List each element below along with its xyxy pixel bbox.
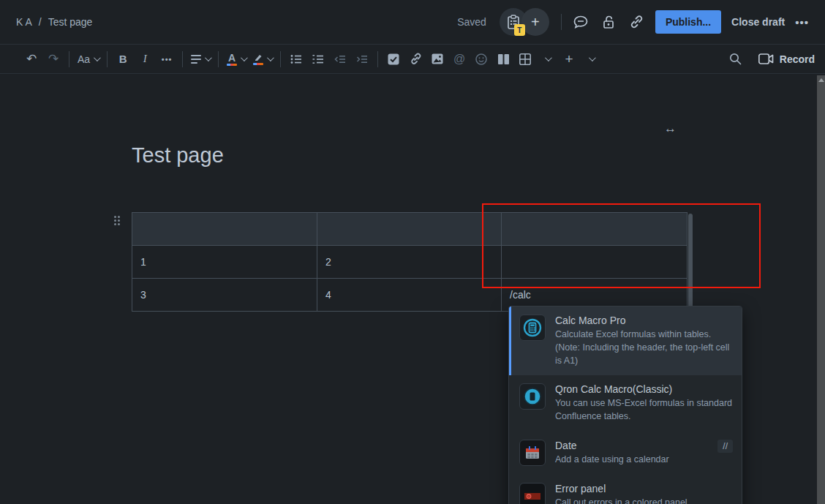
mention-icon[interactable]: @	[450, 49, 469, 69]
calc-macro-pro-icon	[519, 315, 546, 341]
table-cell[interactable]	[132, 213, 317, 246]
menu-item-title: Error panel	[555, 483, 733, 494]
table-cell[interactable]	[317, 213, 502, 246]
insert-more-button[interactable]: +	[560, 49, 579, 69]
emoji-icon[interactable]	[472, 49, 491, 69]
indent-icon[interactable]	[353, 49, 372, 69]
layouts-icon[interactable]	[494, 49, 513, 69]
toolbar-divider	[280, 51, 281, 67]
menu-item-title: Calc Macro Pro	[555, 315, 733, 326]
copy-link-icon[interactable]	[628, 13, 645, 31]
image-icon[interactable]	[428, 49, 447, 69]
content-table[interactable]: 1 2 3 4 /calc	[132, 212, 688, 312]
text-color-icon: A	[227, 53, 237, 66]
highlighter-icon	[253, 53, 263, 65]
templates-button[interactable]: + T	[500, 8, 549, 36]
table-cell[interactable]: 2	[317, 246, 502, 279]
editor-canvas[interactable]: ↔ Test page 1 2 3 4 /calc	[0, 75, 817, 504]
breadcrumb-page[interactable]: Test page	[48, 16, 93, 28]
table-drag-handle[interactable]	[114, 216, 120, 225]
align-dropdown[interactable]	[189, 49, 212, 69]
toolbar-divider	[182, 51, 183, 67]
table-cell[interactable]: 1	[132, 246, 317, 279]
menu-item-description: Add a date using a calendar	[555, 454, 708, 467]
date-icon	[519, 440, 546, 466]
page-title[interactable]: Test page	[132, 143, 224, 168]
more-formatting-button[interactable]: •••	[157, 49, 176, 69]
search-icon[interactable]	[726, 49, 745, 69]
topbar-more-button[interactable]: •••	[795, 16, 809, 29]
table-header-row[interactable]	[132, 213, 688, 246]
chevron-down-icon	[545, 54, 552, 61]
action-item-icon[interactable]	[384, 49, 403, 69]
chevron-down-icon	[267, 54, 274, 61]
template-t-badge: T	[514, 24, 525, 36]
menu-item-calc-macro-pro[interactable]: Calc Macro Pro Calculate Excel formulas …	[509, 306, 742, 375]
table-cell[interactable]	[502, 213, 688, 246]
video-camera-icon	[758, 53, 774, 64]
unlock-icon[interactable]	[600, 13, 617, 31]
editor-toolbar: ↶ ↷ Aa B I ••• A	[0, 44, 825, 74]
table-options-chevron[interactable]	[538, 49, 557, 69]
chevron-down-icon	[589, 54, 596, 61]
highlight-color-dropdown[interactable]	[251, 49, 274, 69]
slash-command-popup: Calc Macro Pro Calculate Excel formulas …	[508, 306, 742, 504]
table-cell[interactable]: 4	[317, 279, 502, 312]
comment-icon[interactable]	[572, 13, 589, 31]
align-left-icon	[191, 55, 201, 64]
outdent-icon[interactable]	[331, 49, 350, 69]
table-icon[interactable]	[516, 49, 535, 69]
record-button[interactable]: Record	[758, 53, 815, 65]
menu-item-description: Call out errors in a colored panel	[555, 497, 733, 504]
toolbar-divider	[69, 51, 69, 67]
insert-chevron[interactable]	[581, 49, 600, 69]
breadcrumb-space[interactable]: K A	[16, 16, 32, 28]
toolbar-divider	[377, 51, 378, 67]
menu-item-description: You can use MS-Excel formulas in standar…	[555, 397, 733, 424]
toolbar-divider	[107, 51, 108, 67]
scrollbar-up-arrow-icon[interactable]	[818, 78, 824, 82]
bullet-list-icon[interactable]	[287, 49, 306, 69]
menu-item-description: Calculate Excel formulas within tables. …	[555, 328, 733, 367]
italic-button[interactable]: I	[135, 49, 154, 69]
text-color-dropdown[interactable]: A	[225, 49, 248, 69]
vertical-scrollbar[interactable]	[817, 75, 825, 504]
chevron-down-icon	[94, 54, 101, 61]
topbar-divider	[561, 14, 562, 30]
breadcrumb-separator: /	[39, 16, 42, 28]
menu-item-shortcut: //	[717, 440, 733, 453]
menu-item-qron-calc-macro[interactable]: Qron Calc Macro(Classic) You can use MS-…	[509, 375, 742, 432]
top-bar: K A / Test page Saved + T	[0, 0, 825, 44]
error-panel-icon	[519, 483, 546, 504]
close-draft-button[interactable]: Close draft	[731, 16, 785, 28]
table-cell[interactable]: 3	[132, 279, 317, 312]
link-icon[interactable]	[406, 49, 425, 69]
publish-button[interactable]: Publish...	[655, 10, 721, 34]
breadcrumb: K A / Test page	[16, 16, 92, 28]
expand-width-icon[interactable]: ↔	[664, 121, 677, 136]
undo-button[interactable]: ↶	[22, 49, 41, 69]
bold-button[interactable]: B	[113, 49, 132, 69]
table-row[interactable]: 1 2	[132, 246, 688, 279]
menu-item-date[interactable]: Date Add a date using a calendar //	[509, 432, 742, 475]
chevron-down-icon	[241, 54, 248, 61]
redo-button[interactable]: ↷	[44, 49, 63, 69]
menu-item-title: Qron Calc Macro(Classic)	[555, 383, 733, 395]
table-cell[interactable]	[502, 246, 688, 279]
numbered-list-icon[interactable]	[309, 49, 328, 69]
chevron-down-icon	[205, 54, 212, 61]
insert-template-plus-button[interactable]: +	[521, 8, 549, 36]
toolbar-divider	[218, 51, 219, 67]
text-style-dropdown[interactable]: Aa	[75, 49, 101, 69]
menu-item-error-panel[interactable]: Error panel Call out errors in a colored…	[509, 475, 742, 504]
qron-calc-macro-icon	[519, 383, 546, 410]
menu-item-title: Date	[555, 440, 708, 451]
saved-status: Saved	[457, 16, 486, 28]
